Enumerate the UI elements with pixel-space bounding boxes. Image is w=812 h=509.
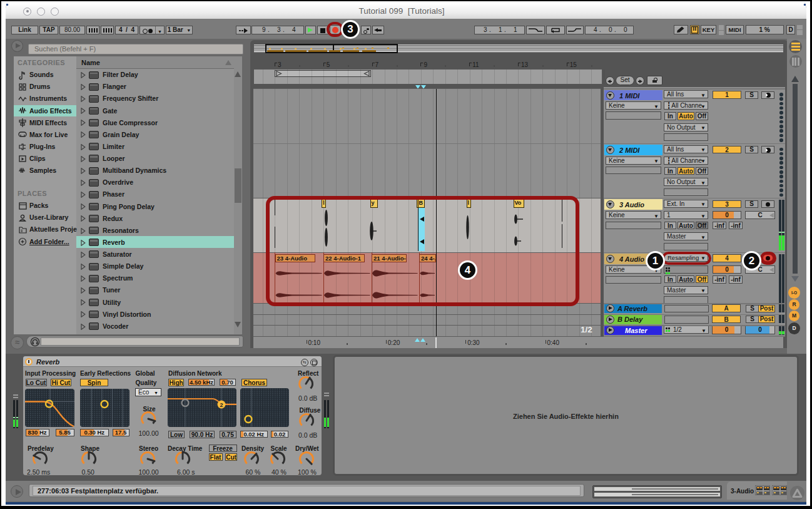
svg-text:2: 2 — [220, 402, 223, 408]
